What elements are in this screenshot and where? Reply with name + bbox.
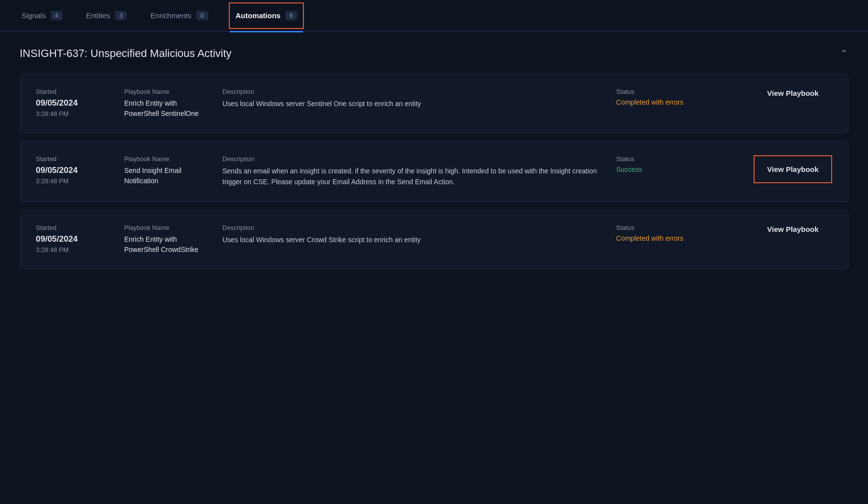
tab-enrichments-label: Enrichments [150,11,191,20]
card-3-playbook-label: Playbook Name [124,224,213,231]
card-3-date: 09/05/2024 [36,234,114,244]
card-2-playbook-label: Playbook Name [124,155,213,163]
tab-automations[interactable]: Automations 6 [230,3,303,28]
card-3-status-label: Status [616,224,744,231]
card-1-view-playbook-button[interactable]: View Playbook [754,88,832,98]
tab-entities-label: Entities [86,11,110,20]
card-3-started-col: Started 09/05/2024 3:28:48 PM [36,224,114,253]
card-3-playbook-col: Playbook Name Enrich Entity with PowerSh… [124,224,213,255]
card-2-description: Sends an email when an insight is create… [222,166,606,188]
card-1-started-label: Started [36,88,114,95]
page-content: INSIGHT-637: Unspecified Malicious Activ… [0,31,868,293]
card-2-date: 09/05/2024 [36,166,114,175]
card-3-action-col: View Playbook [754,224,832,234]
card-3-description-col: Description Uses local Windows server Cr… [222,224,606,245]
card-3-time: 3:28:48 PM [36,246,114,253]
card-3-description-label: Description [222,224,606,231]
tab-signals-badge: 4 [51,11,62,20]
card-2-status-label: Status [616,155,744,163]
tab-automations-label: Automations [236,11,281,20]
card-1-action-col: View Playbook [754,88,832,98]
card-2-action-col: View Playbook [754,155,832,183]
tab-entities-badge: 3 [115,11,127,20]
tab-enrichments[interactable]: Enrichments 0 [148,0,210,31]
card-1-status-col: Status Completed with errors [616,88,744,106]
insight-header: INSIGHT-637: Unspecified Malicious Activ… [20,47,848,60]
automation-card-3: Started 09/05/2024 3:28:48 PM Playbook N… [20,210,848,269]
tab-entities[interactable]: Entities 3 [84,0,129,31]
card-3-status-col: Status Completed with errors [616,224,744,242]
card-3-started-label: Started [36,224,114,231]
card-2-started-col: Started 09/05/2024 3:28:48 PM [36,155,114,185]
card-3-playbook-name: Enrich Entity with PowerShell CrowdStrik… [124,234,213,255]
card-2-description-col: Description Sends an email when an insig… [222,155,606,188]
card-2-status-value: Success [616,166,744,173]
collapse-icon[interactable]: ⌃ [840,48,848,59]
card-2-started-label: Started [36,155,114,163]
card-3-status-value: Completed with errors [616,234,744,242]
tab-automations-badge: 6 [285,11,297,20]
automation-card-1: Started 09/05/2024 3:28:48 PM Playbook N… [20,74,848,133]
automation-card-2: Started 09/05/2024 3:28:48 PM Playbook N… [20,141,848,202]
card-2-playbook-col: Playbook Name Send Insight Email Notific… [124,155,213,186]
card-2-time: 3:28:48 PM [36,177,114,185]
card-1-description-col: Description Uses local Windows server Se… [222,88,606,109]
card-1-playbook-label: Playbook Name [124,88,213,95]
card-2-description-label: Description [222,155,606,163]
tab-signals-label: Signals [22,11,46,20]
card-3-description: Uses local Windows server Crowd Strike s… [222,234,606,245]
card-2-status-col: Status Success [616,155,744,173]
card-1-playbook-col: Playbook Name Enrich Entity with PowerSh… [124,88,213,119]
tab-signals[interactable]: Signals 4 [20,0,64,31]
card-1-time: 3:28:48 PM [36,110,114,117]
card-2-playbook-name: Send Insight Email Notification [124,166,213,186]
card-1-playbook-name: Enrich Entity with PowerShell SentinelOn… [124,98,213,119]
card-1-status-label: Status [616,88,744,95]
card-1-date: 09/05/2024 [36,98,114,108]
insight-title: INSIGHT-637: Unspecified Malicious Activ… [20,47,232,60]
tab-bar: Signals 4 Entities 3 Enrichments 0 Autom… [0,0,868,31]
card-2-view-playbook-button[interactable]: View Playbook [754,155,832,183]
card-1-status-value: Completed with errors [616,98,744,106]
tab-enrichments-badge: 0 [196,11,208,20]
card-3-view-playbook-button[interactable]: View Playbook [754,224,832,234]
card-1-description: Uses local Windows server Sentinel One s… [222,98,606,109]
card-1-description-label: Description [222,88,606,95]
card-1-started-col: Started 09/05/2024 3:28:48 PM [36,88,114,117]
